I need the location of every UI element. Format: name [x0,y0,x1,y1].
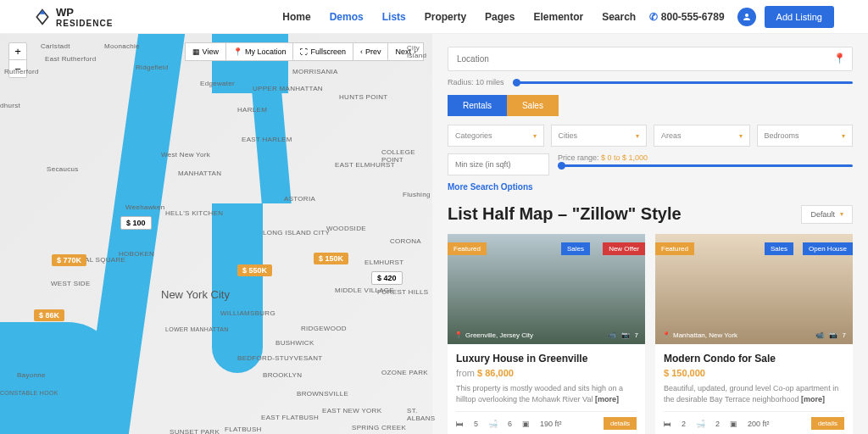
map-mylocation-button[interactable]: 📍My Location [226,43,294,60]
svg-point-0 [745,14,748,17]
nav-home[interactable]: Home [282,11,310,23]
map-marker[interactable]: $ 86K [34,309,64,321]
card-title: Luxury House in Greenville [456,353,637,364]
map-city-label: New York City [161,288,230,301]
pin-icon: 📍 [454,331,463,339]
baths-icon: 🛁 [488,420,498,428]
card-footer: 🛏2 🛁2 ▣200 ft² details [664,411,844,430]
details-button[interactable]: details [811,417,844,430]
bedrooms-select[interactable]: Bedrooms▾ [757,125,854,147]
tab-sales[interactable]: Sales [507,95,559,116]
radius-slider[interactable] [513,81,853,84]
chevron-down-icon: ▾ [739,132,743,140]
sort-select[interactable]: Default▾ [801,205,853,224]
map-fullscreen-button[interactable]: ⛶Fullscreen [293,43,353,60]
logo-icon [34,8,51,25]
featured-badge: Featured [655,242,694,255]
nav-search[interactable]: Search [602,11,636,23]
title-row: List Half Map – "Zillow" Style Default▾ [448,204,853,224]
map-view-button[interactable]: ▦View [186,43,226,60]
card-media-icons: 📹📷7 [608,331,638,339]
pin-icon: 📍 [662,331,670,339]
area-icon: ▣ [522,420,530,428]
camera-icon: 📷 [621,331,630,339]
card-price: from $ 86,000 [456,368,637,378]
baths-icon: 🛁 [696,420,705,428]
price-slider[interactable] [558,164,853,167]
chevron-down-icon: ▾ [636,132,639,140]
map-marker[interactable]: $ 550K [237,264,272,276]
chevron-down-icon: ▾ [840,210,843,218]
zoom-in-button[interactable]: + [9,43,26,60]
sales-badge: Sales [561,242,590,255]
map-marker[interactable]: $ 100 [120,216,152,230]
phone-number: 800-555-6789 [661,11,725,23]
nav-pages[interactable]: Pages [485,11,515,23]
map-prev-button[interactable]: ‹Prev [353,43,389,60]
featured-badge: Featured [448,242,487,255]
nav-property[interactable]: Property [425,11,466,23]
card-footer: 🛏5 🛁6 ▣190 ft² details [456,411,637,430]
video-icon: 📹 [815,331,824,339]
camera-icon: 📷 [829,331,837,339]
beds-icon: 🛏 [456,420,464,428]
min-size-input[interactable] [448,153,549,175]
phone-icon: ✆ [649,11,658,23]
nav-elementor[interactable]: Elementor [533,11,583,23]
details-button[interactable]: details [604,417,637,430]
listing-card[interactable]: Featured Sales New Offer 📍Greenville, Je… [448,234,645,434]
map-panel[interactable]: + − ▦View 📍My Location ⛶Fullscreen ‹Prev… [0,34,432,434]
location-input[interactable] [448,47,853,71]
card-media-icons: 📹📷7 [815,331,846,339]
page-title: List Half Map – "Zillow" Style [448,204,682,224]
search-tabs: Rentals Sales [448,95,853,116]
logo-text-bottom: RESIDENCE [56,19,113,28]
card-description: This property is mostly wooded and sits … [456,383,637,404]
categories-select[interactable]: Categories▾ [448,125,544,147]
main-content: + − ▦View 📍My Location ⛶Fullscreen ‹Prev… [0,34,868,434]
price-range-label: Price range: $ 0 to $ 1,000 [558,153,853,162]
area-icon: ▣ [730,420,737,428]
nav-lists[interactable]: Lists [382,11,406,23]
map-marker[interactable]: $ 150K [314,253,348,264]
card-body: Luxury House in Greenville from $ 86,000… [448,344,645,434]
listing-cards: Featured Sales New Offer 📍Greenville, Je… [448,234,853,434]
logo-text-top: WP [56,6,113,19]
price-row: Price range: $ 0 to $ 1,000 [448,153,853,175]
location-input-wrapper: 📍 [448,47,853,71]
map-marker[interactable]: $ 420 [371,271,403,285]
more-link[interactable]: [more] [595,395,619,403]
card-image: Featured Sales Open House 📍Manhattan, Ne… [655,234,853,344]
nav-demos[interactable]: Demos [330,11,364,23]
phone-link[interactable]: ✆ 800-555-6789 [649,11,725,23]
card-description: Beautiful, updated, ground level Co-op a… [664,383,844,404]
logo[interactable]: WP RESIDENCE [34,6,113,28]
sales-badge: Sales [765,242,793,255]
cities-select[interactable]: Cities▾ [551,125,648,147]
card-body: Modern Condo for Sale $ 150,000 Beautifu… [655,344,853,434]
location-pin-icon: 📍 [833,53,846,64]
video-icon: 📹 [608,331,616,339]
more-search-options-link[interactable]: More Search Options [448,182,853,192]
card-image: Featured Sales New Offer 📍Greenville, Je… [448,234,645,344]
tab-rentals[interactable]: Rentals [448,95,507,116]
user-avatar-button[interactable] [737,8,756,26]
card-location: 📍Manhattan, New York [662,331,737,339]
card-location: 📍Greenville, Jersey City [454,331,533,339]
radius-row: Radius: 10 miles [448,78,853,86]
chevron-down-icon: ▾ [842,132,845,140]
offer-badge: New Offer [603,242,645,255]
header: WP RESIDENCE Home Demos Lists Property P… [0,0,868,34]
map-toolbar: ▦View 📍My Location ⛶Fullscreen ‹Prev Nex… [185,42,424,61]
radius-label: Radius: 10 miles [448,78,504,86]
chevron-down-icon: ▾ [533,132,537,140]
filter-row: Categories▾ Cities▾ Areas▾ Bedrooms▾ [448,125,853,147]
offer-badge: Open House [803,242,853,255]
more-link[interactable]: [more] [801,395,825,403]
areas-select[interactable]: Areas▾ [654,125,750,147]
add-listing-button[interactable]: Add Listing [765,6,834,28]
listing-card[interactable]: Featured Sales Open House 📍Manhattan, Ne… [655,234,853,434]
card-title: Modern Condo for Sale [664,353,844,364]
map-marker[interactable]: $ 770K [52,254,86,266]
beds-icon: 🛏 [664,420,671,428]
